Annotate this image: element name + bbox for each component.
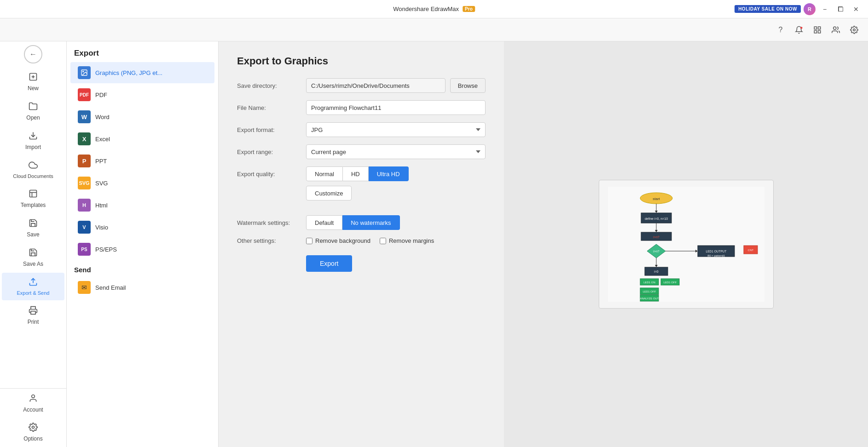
export-item-visio[interactable]: V Visio — [70, 217, 214, 238]
export-form: Export to Graphics Save directory: Brows… — [219, 41, 504, 447]
notification-icon[interactable] — [793, 23, 805, 36]
quality-ultrahd-button[interactable]: Ultra HD — [369, 166, 409, 181]
remove-margins-checkbox[interactable] — [380, 238, 386, 244]
excel-icon: X — [78, 132, 91, 145]
sidebar-item-print[interactable]: Print — [2, 301, 64, 330]
cloud-icon — [29, 160, 38, 172]
export-item-graphics[interactable]: Graphics (PNG, JPG et... — [70, 62, 214, 83]
save-directory-row: Save directory: Browse — [237, 78, 486, 93]
quality-normal-button[interactable]: Normal — [306, 166, 343, 181]
other-settings-row: Other settings: Remove background Remove… — [237, 237, 486, 244]
help-icon[interactable]: ? — [774, 23, 787, 36]
export-item-ppt[interactable]: P PPT — [70, 150, 214, 172]
svg-point-19 — [83, 71, 84, 72]
email-icon: ✉ — [78, 281, 91, 294]
file-name-input[interactable] — [306, 100, 486, 115]
remove-margins-label[interactable]: Remove margins — [380, 237, 434, 244]
sidebar-item-templates[interactable]: Templates — [2, 184, 64, 213]
visio-icon: V — [78, 221, 91, 234]
svg-text:i=0: i=0 — [654, 270, 659, 273]
import-icon — [29, 131, 38, 143]
export-button-row: Export — [237, 255, 486, 272]
maximize-button[interactable]: ⧠ — [834, 3, 847, 16]
svg-point-17 — [32, 426, 35, 429]
export-button[interactable]: Export — [306, 255, 352, 272]
minimize-button[interactable]: − — [818, 3, 831, 16]
sidebar-item-options[interactable]: Options — [2, 418, 64, 447]
community-icon[interactable] — [829, 23, 842, 36]
export-item-svg[interactable]: SVG SVG — [70, 172, 214, 194]
options-icon — [29, 423, 38, 434]
preview-box: start define i=0, n=10 i>n? — [599, 180, 774, 309]
export-item-word[interactable]: W Word — [70, 106, 214, 127]
svg-icon: SVG — [78, 177, 91, 189]
export-item-pseps[interactable]: PS PS/EPS — [70, 239, 214, 260]
sidebar-item-print-label: Print — [28, 319, 39, 325]
apps-icon[interactable] — [811, 23, 824, 36]
avatar[interactable]: R — [804, 3, 816, 15]
export-item-html[interactable]: H Html — [70, 195, 214, 216]
quality-hd-button[interactable]: HD — [343, 166, 369, 181]
sidebar-item-export[interactable]: Export & Send — [2, 273, 64, 300]
sidebar-item-saveas-label: Save As — [23, 261, 43, 267]
watermark-buttons: Default No watermarks — [306, 215, 400, 230]
sidebar-item-save[interactable]: Save — [2, 214, 64, 242]
new-icon — [29, 72, 38, 84]
titlebar: Wondershare EdrawMax Pro HOLIDAY SALE ON… — [0, 0, 868, 18]
browse-button[interactable]: Browse — [450, 78, 486, 93]
toolbar: ? — [0, 18, 868, 41]
sidebar-item-import[interactable]: Import — [2, 126, 64, 155]
file-name-row: File Name: — [237, 100, 486, 115]
pdf-icon: PDF — [78, 88, 91, 101]
settings-icon[interactable] — [848, 23, 861, 36]
file-name-label: File Name: — [237, 104, 301, 111]
excel-label: Excel — [95, 136, 110, 143]
sidebar-item-cloud[interactable]: Cloud Documents — [2, 156, 64, 183]
svg-text:start: start — [653, 197, 660, 201]
svg-text:i>n?: i>n? — [653, 250, 660, 253]
templates-icon — [29, 189, 38, 201]
watermark-default-button[interactable]: Default — [306, 215, 342, 230]
export-item-excel[interactable]: X Excel — [70, 128, 214, 149]
svg-text:i>n?: i>n? — [653, 235, 660, 239]
save-directory-input[interactable] — [306, 78, 446, 93]
sidebar-item-saveas[interactable]: Save As — [2, 243, 64, 272]
word-label: Word — [95, 114, 110, 120]
customize-button[interactable]: Customize — [306, 186, 352, 201]
export-range-select[interactable]: Current page All pages Selected objects — [306, 144, 486, 159]
send-header: Send — [67, 260, 218, 276]
send-email-label: Send Email — [95, 284, 126, 291]
sidebar-item-account[interactable]: Account — [2, 389, 64, 418]
pro-badge: Pro — [463, 6, 475, 12]
back-button[interactable]: ← — [24, 45, 42, 63]
sidebar-item-templates-label: Templates — [21, 202, 46, 208]
holiday-sale-button[interactable]: HOLIDAY SALE ON NOW — [735, 5, 801, 13]
remove-background-label[interactable]: Remove background — [306, 237, 370, 244]
export-range-label: Export range: — [237, 149, 301, 155]
svg-rect-15 — [31, 311, 35, 315]
ppt-label: PPT — [95, 158, 107, 165]
svg-text:ANALYZE OUT: ANALYZE OUT — [640, 297, 659, 300]
visio-label: Visio — [95, 224, 108, 231]
sidebar-item-open[interactable]: Open — [2, 97, 64, 126]
sidebar-item-account-label: Account — [23, 407, 43, 413]
flowchart-preview: start define i=0, n=10 i>n? — [608, 187, 764, 302]
export-panel-header: Export — [67, 41, 218, 62]
watermark-row: Watermark settings: Default No watermark… — [237, 215, 486, 230]
close-button[interactable]: ✕ — [850, 3, 862, 16]
svg-text:CNT: CNT — [747, 249, 753, 252]
pseps-label: PS/EPS — [95, 246, 117, 253]
sidebar-item-open-label: Open — [26, 115, 40, 121]
watermark-none-button[interactable]: No watermarks — [342, 215, 399, 230]
remove-background-checkbox[interactable] — [306, 238, 312, 244]
send-email-item[interactable]: ✉ Send Email — [70, 277, 214, 298]
export-form-title: Export to Graphics — [237, 55, 486, 67]
html-icon: H — [78, 199, 91, 212]
svg-label: SVG — [95, 180, 108, 187]
export-item-pdf[interactable]: PDF PDF — [70, 84, 214, 105]
print-icon — [29, 306, 38, 317]
sidebar-item-new[interactable]: New — [2, 68, 64, 96]
sidebar-item-export-label: Export & Send — [17, 290, 50, 296]
save-directory-label: Save directory: — [237, 82, 301, 89]
export-format-select[interactable]: JPG PNG BMP SVG — [306, 122, 486, 137]
